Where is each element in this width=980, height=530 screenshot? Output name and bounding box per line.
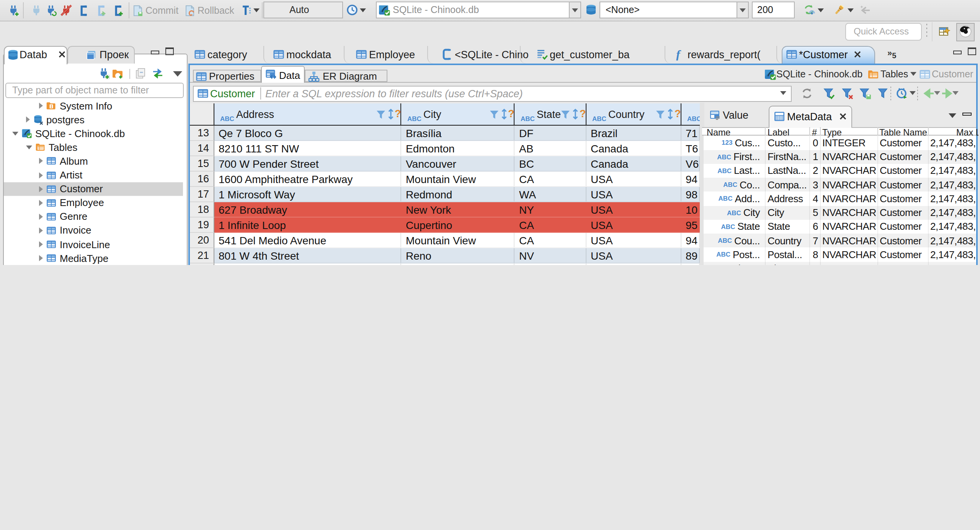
svg-text:f: f bbox=[676, 48, 681, 61]
